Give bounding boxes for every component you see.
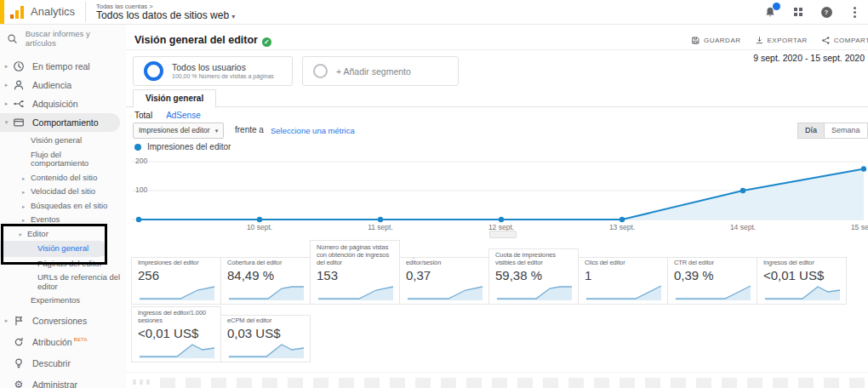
granularity-week-button[interactable]: Semana: [824, 123, 868, 139]
scorecard: Ingresos del editor/1.000 sesiones<0,01 …: [131, 306, 221, 362]
scorecard-row-2: Ingresos del editor/1.000 sesiones<0,01 …: [132, 306, 311, 362]
apps-grid-icon[interactable]: [791, 5, 805, 19]
sidebar-item-acquisition[interactable]: ▸ Adquisición: [0, 94, 126, 113]
verified-check-icon: ✓: [262, 37, 271, 47]
chart-scroll-thumb[interactable]: [489, 231, 517, 238]
account-name: Todos los datos de sitios web▾: [96, 10, 235, 22]
date-range-picker[interactable]: 9 sept. 2020 - 15 sept. 2020: [753, 53, 865, 63]
sidebar-item-editor-pages[interactable]: Páginas del editor: [0, 257, 126, 271]
help-icon[interactable]: ?: [819, 5, 833, 19]
sidebar: Buscar informes y artículos ▸ En tiempo …: [0, 24, 127, 388]
download-icon: [755, 36, 764, 45]
y-axis-label: 200: [135, 157, 147, 165]
save-button[interactable]: GUARDAR: [688, 35, 745, 45]
granularity-day-button[interactable]: Día: [797, 123, 825, 139]
behavior-icon: [12, 116, 26, 129]
sidebar-item-site-speed[interactable]: ▸Velocidad del sitio: [0, 185, 126, 199]
scorecard: Cobertura del editor84,49 %: [220, 257, 311, 305]
logo-bar: [20, 6, 24, 19]
cutoff-table-cells: [160, 378, 868, 388]
logo-bar: [15, 10, 19, 19]
segment-all-users[interactable]: Todos los usuarios 100,00 % Número de vi…: [133, 56, 293, 86]
x-axis-label: 13 sept.: [588, 223, 656, 231]
attribution-icon: [12, 335, 26, 349]
sparkline: [227, 340, 306, 359]
sidebar-item-experiments[interactable]: Experimentos: [0, 294, 126, 308]
sidebar-item-attribution[interactable]: AtribuciónBETA: [0, 333, 126, 351]
x-axis-label: 10 sept.: [226, 223, 294, 231]
scorecard: CTR del editor0,39 %: [667, 257, 757, 305]
sidebar-item-editor[interactable]: ▾Editor: [0, 227, 126, 242]
search-placeholder: Buscar informes y artículos: [26, 29, 121, 48]
subtab-total[interactable]: Total: [134, 111, 152, 120]
x-axis-label: 14 sept.: [709, 223, 777, 231]
sparkline: [406, 282, 484, 301]
logo-bar: [10, 14, 14, 19]
chevron-right-icon: ▸: [22, 188, 25, 197]
chevron-right-icon: ▸: [3, 317, 10, 324]
sidebar-item-discover[interactable]: Descubrir: [0, 354, 126, 373]
sidebar-item-audience[interactable]: ▸ Audiencia: [0, 76, 126, 94]
legend-dot-icon: [134, 144, 141, 151]
sidebar-item-site-content[interactable]: ▸Contenido del sitio: [0, 171, 126, 185]
beta-badge: BETA: [74, 337, 88, 342]
sparkline: [763, 282, 842, 301]
chevron-right-icon: ▸: [22, 203, 25, 212]
sidebar-item-admin[interactable]: ⚙ Administrar: [0, 375, 126, 388]
export-button[interactable]: EXPORTAR: [751, 35, 811, 45]
x-axis-label: 15 sept.: [830, 223, 868, 231]
analytics-logo-icon[interactable]: [10, 5, 26, 19]
sidebar-item-behavior-overview[interactable]: Visión general: [0, 134, 126, 148]
subtab-adsense[interactable]: AdSense: [166, 111, 201, 120]
subtabs: Total AdSense: [134, 111, 201, 120]
sparkline: [585, 282, 663, 301]
scorecard: Impresiones del editor256: [131, 257, 221, 305]
sidebar-item-behavior[interactable]: ▾ Comportamiento: [0, 113, 120, 132]
share-button[interactable]: COMPARTIR: [818, 35, 868, 45]
timeseries-plot: [132, 155, 868, 226]
chevron-right-icon: ▸: [22, 174, 25, 184]
scorecard: Impresiones del editor/sesión0,37: [399, 257, 489, 305]
flag-icon: [12, 314, 26, 328]
report-toolbar: GUARDAR EXPORTAR COMPARTIR INSIGHTS: [688, 35, 868, 45]
person-icon: [12, 78, 26, 92]
acquisition-icon: [12, 97, 26, 111]
segment-ring-icon: [313, 64, 328, 78]
sidebar-item-site-search[interactable]: ▸Búsquedas en el sitio: [0, 199, 126, 214]
scorecard: eCPM del editor0,03 US$: [220, 315, 311, 362]
tab-vision-general[interactable]: Visión general: [133, 89, 216, 108]
chevron-down-icon: ▾: [215, 128, 219, 134]
cutoff-table-controls: [133, 379, 151, 385]
scorecard: Ingresos del editor<0,01 US$: [757, 257, 847, 305]
sidebar-item-editor-referral-urls[interactable]: URLs de referencia del editor: [0, 271, 126, 294]
chart-legend: Impresiones del editor: [134, 142, 231, 151]
analytics-app: Analytics Todas las cuentas > Todos los …: [0, 0, 868, 388]
add-segment-button[interactable]: + Añadir segmento: [302, 56, 459, 86]
chevron-right-icon: ▸: [3, 63, 10, 70]
chevron-down-icon: ▾: [3, 119, 10, 126]
account-switcher[interactable]: Todas las cuentas > Todos los datos de s…: [85, 2, 235, 22]
y-axis-label: 100: [135, 185, 147, 194]
timeseries-chart: 200100 10 sept.11 sept.12 sept.13 sept.1…: [132, 155, 868, 240]
scorecard-row-1: Impresiones del editor256 Cobertura del …: [132, 240, 847, 305]
sidebar-item-behavior-flow[interactable]: Flujo del comportamiento: [0, 148, 126, 171]
sparkline: [317, 282, 395, 301]
sidebar-item-conversions[interactable]: ▸ Conversiones: [0, 311, 126, 330]
select-metric-link[interactable]: Seleccione una métrica: [271, 126, 355, 135]
sparkline: [495, 282, 574, 301]
sparkline: [138, 282, 216, 301]
share-icon: [821, 36, 831, 45]
x-axis-label: 11 sept.: [346, 223, 414, 231]
sidebar-item-realtime[interactable]: ▸ En tiempo real: [0, 57, 126, 76]
search-input[interactable]: Buscar informes y artículos: [0, 24, 126, 49]
segment-ring-icon: [144, 61, 163, 81]
chevron-down-icon: ▾: [231, 13, 235, 20]
sidebar-item-events[interactable]: ▸Eventos: [0, 213, 126, 227]
more-menu-icon[interactable]: [848, 5, 861, 19]
sparkline: [227, 282, 306, 301]
notifications-bell-icon[interactable]: [763, 5, 777, 19]
sidebar-item-editor-vision-general[interactable]: Visión general: [0, 241, 107, 257]
top-app-bar: Analytics Todas las cuentas > Todos los …: [0, 0, 868, 25]
metric-dropdown[interactable]: Impresiones del editor▾: [133, 123, 224, 139]
scorecard: Número de páginas vistas con obtención d…: [310, 240, 400, 305]
